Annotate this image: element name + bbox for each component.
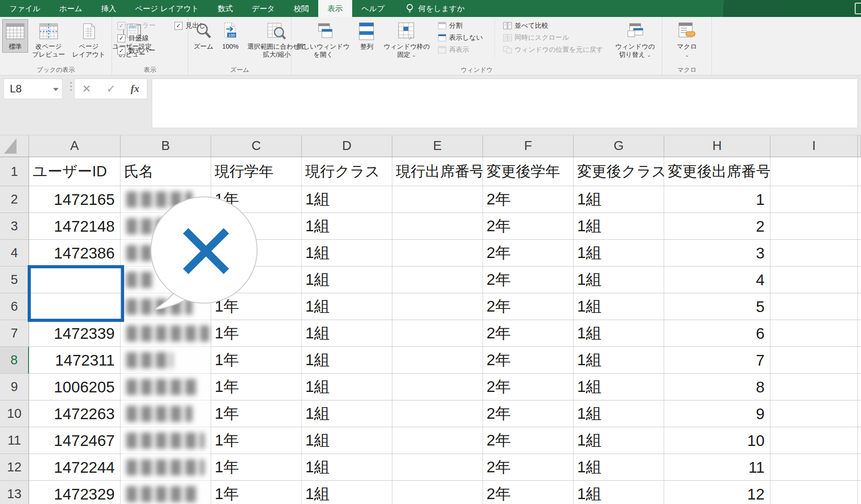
cell-G1[interactable]: 変更後クラス (574, 157, 664, 186)
cancel-entry-icon[interactable]: ✕ (82, 83, 91, 95)
cell-E6[interactable] (392, 293, 483, 320)
tab-review[interactable]: 校閲 (284, 0, 318, 17)
cell-I10[interactable] (770, 400, 858, 427)
cell-E11[interactable] (392, 427, 483, 454)
macros-button[interactable]: マクロ⌄ (674, 19, 700, 61)
cell-C12[interactable]: 1年 (211, 454, 302, 481)
row-header-6[interactable]: 6 (0, 293, 29, 320)
cell-G4[interactable]: 1組 (574, 240, 664, 267)
cell-I5[interactable] (770, 267, 858, 293)
col-header-H[interactable]: H (664, 135, 770, 157)
tab-data[interactable]: データ (242, 0, 284, 17)
cell-E8[interactable] (392, 347, 483, 374)
cell-H12[interactable]: 11 (664, 454, 770, 481)
cell-I11[interactable] (770, 427, 858, 454)
col-header-J-partial[interactable] (858, 135, 861, 157)
page-layout-view-button[interactable]: ページレイアウト (69, 19, 108, 61)
cell-E1[interactable]: 現行出席番号 (392, 157, 483, 186)
cell-J9-partial[interactable] (858, 374, 861, 400)
col-header-D[interactable]: D (302, 135, 392, 157)
cell-A8[interactable]: 1472311 (29, 347, 121, 374)
cell-F2[interactable]: 2年 (483, 186, 574, 213)
cell-F11[interactable]: 2年 (483, 427, 574, 454)
cell-H4[interactable]: 3 (664, 240, 770, 267)
col-header-G[interactable]: G (574, 135, 664, 157)
cell-J1-partial[interactable] (858, 157, 861, 186)
row-header-13[interactable]: 13 (0, 481, 29, 504)
cell-D9[interactable]: 1組 (302, 374, 392, 400)
cell-G5[interactable]: 1組 (574, 267, 664, 293)
normal-view-button[interactable]: 標準 (2, 19, 28, 53)
cell-A12[interactable]: 1472244 (29, 454, 121, 481)
tell-me-box[interactable]: 何をしますか (406, 0, 465, 17)
cell-F1[interactable]: 変更後学年 (483, 157, 574, 186)
cell-E2[interactable] (392, 186, 483, 213)
row-header-7[interactable]: 7 (0, 320, 29, 347)
cell-A13[interactable]: 1472329 (29, 481, 121, 504)
cell-G8[interactable]: 1組 (574, 347, 664, 374)
cell-A4[interactable]: 1472386 (29, 240, 121, 267)
cell-J6-partial[interactable] (858, 293, 861, 320)
cell-D11[interactable]: 1組 (302, 427, 392, 454)
cell-H9[interactable]: 8 (664, 374, 770, 400)
cell-H13[interactable]: 12 (664, 481, 770, 504)
tab-view[interactable]: 表示 (318, 0, 352, 17)
cell-D10[interactable]: 1組 (302, 400, 392, 427)
cell-F12[interactable]: 2年 (483, 454, 574, 481)
col-header-F[interactable]: F (483, 135, 574, 157)
cell-C7[interactable]: 1年 (211, 320, 302, 347)
cell-H3[interactable]: 2 (664, 213, 770, 240)
name-box[interactable]: L8 (4, 79, 62, 99)
cell-C11[interactable]: 1年 (211, 427, 302, 454)
cell-A9[interactable]: 1006205 (29, 374, 121, 400)
cell-I13[interactable] (770, 481, 858, 504)
cell-D2[interactable]: 1組 (302, 186, 392, 213)
cell-D7[interactable]: 1組 (302, 320, 392, 347)
cell-I4[interactable] (770, 240, 858, 267)
col-header-B[interactable]: B (121, 135, 211, 157)
row-header-12[interactable]: 12 (0, 454, 29, 481)
tab-insert[interactable]: 挿入 (92, 0, 125, 17)
cell-C13[interactable]: 1年 (211, 481, 302, 504)
split-button[interactable]: 分割 (438, 21, 483, 30)
cell-G13[interactable]: 1組 (574, 481, 664, 504)
cell-G10[interactable]: 1組 (574, 400, 664, 427)
cell-E5[interactable] (392, 267, 483, 293)
cell-C9[interactable]: 1年 (211, 374, 302, 400)
cell-I12[interactable] (770, 454, 858, 481)
cell-F4[interactable]: 2年 (483, 240, 574, 267)
cell-E10[interactable] (392, 400, 483, 427)
cell-J5-partial[interactable] (858, 267, 861, 293)
cell-J8-partial[interactable] (858, 347, 861, 374)
page-break-preview-button[interactable]: 改ページプレビュー (29, 19, 68, 61)
cell-H7[interactable]: 6 (664, 320, 770, 347)
cell-A1[interactable]: ユーザーID (29, 157, 121, 186)
cell-D3[interactable]: 1組 (302, 213, 392, 240)
cell-J2-partial[interactable] (858, 186, 861, 213)
cell-G6[interactable]: 1組 (574, 293, 664, 320)
cell-H11[interactable]: 10 (664, 427, 770, 454)
cell-G2[interactable]: 1組 (574, 186, 664, 213)
zoom-button[interactable]: ズーム (191, 19, 216, 53)
cell-C8[interactable]: 1年 (211, 347, 302, 374)
cell-J11-partial[interactable] (858, 427, 861, 454)
cell-J3-partial[interactable] (858, 213, 861, 240)
col-header-E[interactable]: E (392, 135, 483, 157)
row-header-1[interactable]: 1 (0, 157, 29, 186)
cell-A2[interactable]: 1472165 (29, 186, 121, 213)
cell-F3[interactable]: 2年 (483, 213, 574, 240)
cell-H2[interactable]: 1 (664, 186, 770, 213)
row-header-9[interactable]: 9 (0, 374, 29, 400)
cell-I8[interactable] (770, 347, 858, 374)
row-header-11[interactable]: 11 (0, 427, 29, 454)
row-header-4[interactable]: 4 (0, 240, 29, 267)
col-header-A[interactable]: A (29, 135, 121, 157)
col-header-I[interactable]: I (770, 135, 858, 157)
cell-G7[interactable]: 1組 (574, 320, 664, 347)
cell-A3[interactable]: 1472148 (29, 213, 121, 240)
cell-I9[interactable] (770, 374, 858, 400)
cell-A7[interactable]: 1472339 (29, 320, 121, 347)
cell-A10[interactable]: 1472263 (29, 400, 121, 427)
row-header-5[interactable]: 5 (0, 267, 29, 293)
cell-G12[interactable]: 1組 (574, 454, 664, 481)
